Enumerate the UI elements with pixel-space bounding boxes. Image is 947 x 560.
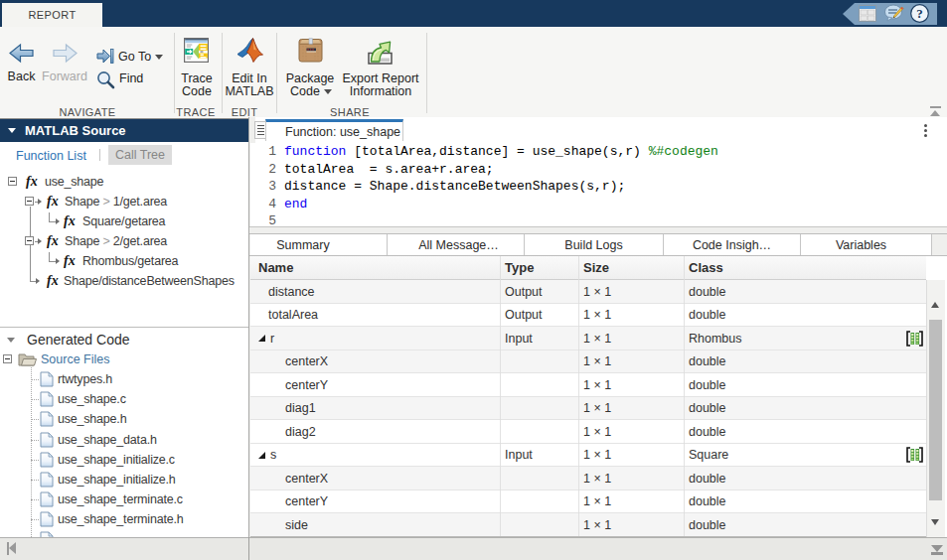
svg-text:?: ?: [916, 6, 923, 21]
